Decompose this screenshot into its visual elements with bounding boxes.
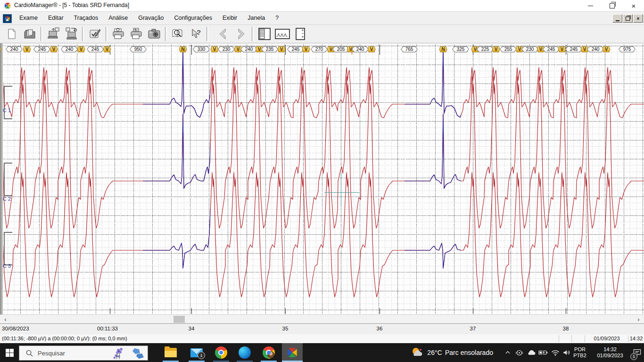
menu-item-editar[interactable]: Editar (43, 12, 69, 25)
beat-interval-tag[interactable]: 245 (543, 46, 560, 52)
taskbar-app-mail[interactable]: 1 (186, 343, 207, 362)
view-traces-button[interactable] (273, 26, 291, 42)
timeline-ruler[interactable]: 30/08/202300:11:333435363738 (0, 323, 644, 335)
app-logo-icon (4, 2, 11, 9)
status-cell-empty (571, 335, 585, 342)
import-exam-button[interactable] (62, 26, 80, 42)
close-button[interactable]: × (623, 0, 644, 11)
menu-item-gravao[interactable]: Gravação (133, 12, 169, 25)
mdi-system-icon[interactable] (3, 14, 12, 23)
weather-condition[interactable]: Parc ensolarado (445, 343, 502, 362)
beat-interval-tag[interactable]: 230 (521, 46, 538, 52)
print-ecg-button[interactable] (127, 26, 145, 42)
beat-interval-tag[interactable]: 240 (6, 46, 23, 52)
beat-interval-tag[interactable]: 245 (87, 46, 104, 52)
taskbar-search-box[interactable] (19, 346, 148, 361)
beat-interval-tag[interactable]: 270 (311, 46, 328, 52)
menu-item-traados[interactable]: Traçados (69, 12, 104, 25)
tray-meet-now-icon[interactable] (514, 343, 524, 362)
search-input[interactable] (37, 349, 109, 357)
beat-interval-tag[interactable]: 240 (61, 46, 78, 52)
menu-item-exame[interactable]: Exame (14, 12, 43, 25)
menu-item-anlise[interactable]: Análise (103, 12, 133, 25)
horizontal-scrollbar[interactable]: ‹ › (0, 314, 644, 324)
beat-type-tag-v[interactable]: V (77, 46, 85, 52)
language-indicator[interactable]: PORPTB2 (571, 343, 588, 362)
export-exam-button[interactable] (44, 26, 62, 42)
tray-volume-icon[interactable] (561, 343, 572, 362)
beat-interval-tag[interactable]: 975 (619, 46, 636, 52)
search-decoration-flowers (113, 346, 147, 360)
taskbar-app-cardiomanager[interactable] (282, 343, 303, 362)
minimize-button[interactable] (580, 0, 601, 11)
beat-interval-tag[interactable]: 245 (565, 46, 582, 52)
tray-wifi-icon[interactable] (550, 343, 561, 362)
beat-type-tag-n[interactable]: N (179, 46, 187, 52)
tray-chevron-up-icon[interactable] (503, 343, 513, 362)
beat-type-tag-v[interactable]: V (558, 46, 566, 52)
previous-page-button[interactable] (214, 26, 232, 42)
beat-type-tag-v[interactable]: V (211, 46, 219, 52)
menu-item-help[interactable]: ? (270, 12, 284, 25)
taskbar-app-chrome-profile[interactable] (258, 343, 279, 362)
notification-center-icon[interactable]: 1 (630, 343, 644, 362)
beat-interval-tag[interactable]: 225 (477, 46, 494, 52)
beat-type-tag-v[interactable]: V (492, 46, 500, 52)
toolbar-separator (41, 27, 42, 41)
beat-interval-tag[interactable]: 765 (401, 46, 418, 52)
print-button[interactable] (109, 26, 127, 42)
taskbar-app-file-explorer[interactable] (160, 343, 181, 362)
scrollbar-thumb[interactable] (173, 316, 185, 323)
beat-type-tag-v[interactable]: V (23, 46, 31, 52)
view-table-button[interactable] (256, 26, 273, 42)
context-help-button[interactable]: ? (187, 26, 205, 42)
beat-interval-tag[interactable]: 230 (218, 46, 235, 52)
beat-type-tag-v[interactable]: V (103, 46, 111, 52)
start-button[interactable] (0, 343, 19, 362)
status-cell-empty (559, 335, 572, 342)
beat-interval-tag[interactable]: 255 (500, 46, 517, 52)
ecg-trace-area[interactable]: V240V245V240V245V950N330V230V240V235V245… (0, 43, 644, 314)
mdi-close-button[interactable]: × (633, 14, 643, 23)
view-strip-button[interactable] (291, 26, 309, 42)
preview-button[interactable] (169, 26, 187, 42)
beat-interval-tag[interactable]: 240 (587, 46, 604, 52)
beat-type-tag-v[interactable]: V (278, 46, 286, 52)
new-exam-button[interactable] (3, 26, 21, 42)
beat-type-tag-v[interactable]: V (50, 46, 58, 52)
menu-item-janela[interactable]: Janela (242, 12, 270, 25)
menu-item-configuraes[interactable]: Configurações (169, 12, 217, 25)
taskbar-app-edge[interactable] (234, 343, 255, 362)
mdi-minimize-button[interactable] (612, 14, 622, 23)
beat-interval-tag[interactable]: 245 (33, 46, 50, 52)
beat-type-tag-v[interactable]: V (302, 46, 310, 52)
edit-report-button[interactable] (86, 26, 104, 42)
scroll-right-arrow[interactable]: › (634, 315, 643, 324)
beat-interval-tag[interactable]: 240 (240, 46, 257, 52)
beat-type-tag-n[interactable]: N (439, 46, 447, 52)
tray-onedrive-icon[interactable] (525, 343, 537, 362)
mdi-restore-button[interactable] (623, 14, 633, 23)
next-page-button[interactable] (232, 26, 250, 42)
snapshot-button[interactable] (145, 26, 163, 42)
weather-temperature[interactable]: 26°C (424, 343, 445, 362)
beat-interval-tag[interactable]: 325 (452, 46, 469, 52)
menu-item-exibir[interactable]: Exibir (217, 12, 242, 25)
beat-interval-tag[interactable]: 245 (287, 46, 304, 52)
beat-interval-tag[interactable]: 235 (261, 46, 278, 52)
taskbar-app-chrome[interactable] (211, 343, 231, 362)
beat-interval-tag[interactable]: 950 (130, 46, 147, 52)
tray-battery-icon[interactable] (537, 343, 549, 362)
open-exam-button[interactable] (21, 26, 39, 42)
beat-type-tag-v[interactable]: V (603, 46, 611, 52)
clock[interactable]: 14:3201/09/2023 (588, 343, 632, 362)
beat-interval-tag[interactable]: 330 (193, 46, 210, 52)
channel-label-c3: C 3 (3, 263, 11, 269)
weather-icon[interactable] (409, 343, 425, 362)
timeline-label: 38 (563, 326, 569, 331)
ecg-canvas[interactable] (0, 43, 644, 314)
scroll-left-arrow[interactable]: ‹ (1, 315, 10, 324)
restore-button[interactable] (602, 0, 622, 11)
beat-type-tag-v[interactable]: V (368, 46, 376, 52)
beat-interval-tag[interactable]: 240 (352, 46, 369, 52)
